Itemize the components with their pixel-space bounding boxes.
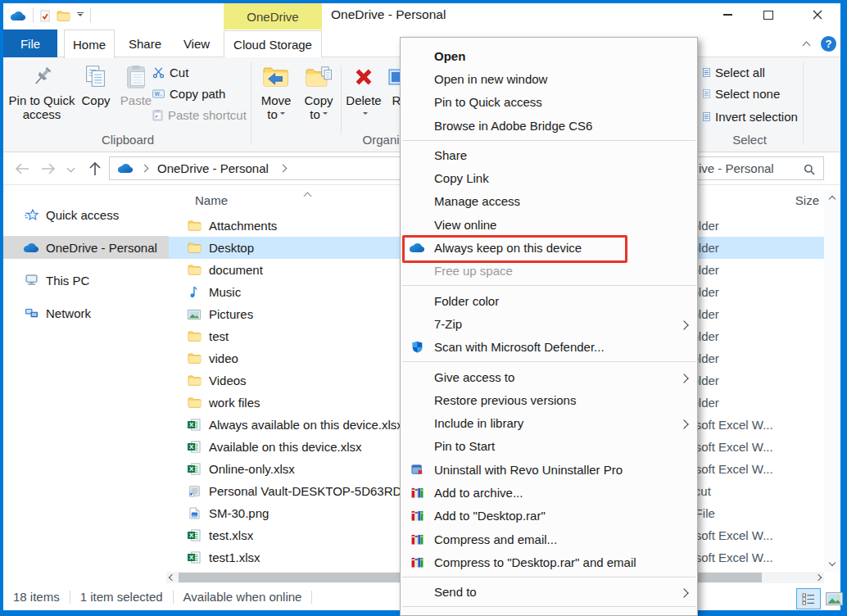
folder-icon (187, 375, 202, 386)
move-to-folder-icon (262, 61, 290, 93)
menu-item-send-to[interactable]: Send to (401, 581, 697, 604)
menu-item-pin-to-start[interactable]: Pin to Start (401, 435, 697, 458)
menu-item-free-up-space: Free up space (401, 260, 697, 283)
sort-ascending-icon[interactable] (304, 192, 312, 201)
menu-item-open-in-new-window[interactable]: Open in new window (401, 67, 697, 90)
menu-item-compress-and-email[interactable]: Compress and email... (401, 528, 697, 550)
menu-item-always-keep-on-this-device[interactable]: Always keep on this device (401, 236, 697, 259)
vertical-scrollbar[interactable] (824, 190, 840, 572)
scroll-up-icon[interactable] (827, 193, 838, 205)
menu-item-label: Pin to Quick access (434, 95, 542, 109)
menu-item-restore-previous-versions[interactable]: Restore previous versions (401, 388, 697, 411)
menu-item-manage-access[interactable]: Manage access (401, 190, 697, 213)
file-name: test.xlsx (209, 528, 253, 542)
contextual-group-label: OneDrive (247, 10, 298, 24)
menu-item-label: Scan with Microsoft Defender... (434, 340, 605, 354)
scissors-icon (152, 66, 165, 79)
breadcrumb-chevron-icon[interactable] (279, 165, 287, 173)
copy-to-button[interactable]: Copy to (298, 61, 339, 121)
move-to-button[interactable]: Move to (256, 61, 297, 121)
menu-item-add-to-desktop-rar[interactable]: Add to "Desktop.rar" (401, 505, 697, 528)
menu-item-uninstall-with-revo-uninstaller-pro[interactable]: Uninstall with Revo Uninstaller Pro (401, 458, 697, 481)
menu-item-label: 7-Zip (434, 317, 462, 331)
select-all-button[interactable]: Select all (703, 63, 765, 81)
tab-share[interactable]: Share (121, 29, 169, 57)
forward-arrow-icon[interactable] (41, 163, 56, 174)
sidebar-item-network[interactable]: Network (3, 301, 169, 324)
copy-to-folder-icon (305, 61, 333, 93)
file-name: Pictures (209, 307, 253, 321)
group-label-clipboard: Clipboard (11, 133, 244, 147)
excel-file-icon: X (187, 551, 202, 564)
breadcrumb-chevron-icon[interactable] (141, 165, 149, 173)
menu-item-scan-with-microsoft-defender[interactable]: Scan with Microsoft Defender... (401, 336, 697, 359)
invert-selection-button[interactable]: Invert selection (703, 107, 798, 125)
menu-item-add-to-archive[interactable]: Add to archive... (401, 481, 697, 504)
column-header-size[interactable]: Size (762, 193, 819, 207)
file-name: test (209, 329, 229, 343)
breadcrumb-item[interactable]: OneDrive - Personal (157, 161, 269, 175)
pin-to-quick-access-button[interactable]: Pin to Quick access (8, 61, 75, 121)
sidebar-item-quick-access[interactable]: Quick access (3, 203, 169, 226)
menu-item-label: Compress and email... (434, 532, 557, 546)
sidebar-item-this-pc[interactable]: This PC (3, 269, 169, 292)
menu-item-compress-to-desktop-rar-and-email[interactable]: Compress to "Desktop.rar" and email (401, 550, 697, 573)
scroll-left-icon[interactable] (166, 572, 178, 583)
menu-item-share[interactable]: Share (401, 143, 697, 166)
svg-text:X: X (189, 554, 194, 561)
sidebar-item-onedrive-personal[interactable]: OneDrive - Personal (3, 236, 169, 259)
file-name: SM-30.png (209, 506, 269, 520)
menu-item-pin-to-quick-access[interactable]: Pin to Quick access (401, 91, 697, 114)
contextual-tab-group-header: OneDrive (224, 3, 322, 29)
select-none-button[interactable]: Select none (703, 84, 780, 102)
tab-home[interactable]: Home (64, 29, 115, 58)
paste-button[interactable]: Paste (116, 61, 156, 107)
collapse-ribbon-icon[interactable] (803, 42, 811, 50)
menu-item-include-in-library[interactable]: Include in library (401, 411, 697, 434)
close-button[interactable] (799, 0, 836, 29)
menu-item-browse-in-adobe-bridge-cs6[interactable]: Browse in Adobe Bridge CS6 (401, 114, 697, 137)
cut-button[interactable]: Cut (152, 63, 188, 81)
details-view-button[interactable] (796, 588, 821, 609)
back-arrow-icon[interactable] (15, 163, 29, 174)
scroll-down-icon[interactable] (827, 557, 838, 568)
onedrive-cloud-icon (23, 242, 39, 253)
file-name: video (209, 351, 238, 365)
delete-button[interactable]: Delete (344, 61, 383, 121)
scroll-right-icon[interactable] (813, 572, 824, 583)
minimize-button[interactable] (709, 0, 745, 29)
group-label-select: Select (698, 133, 801, 147)
new-folder-icon[interactable] (57, 11, 70, 21)
tab-cloud-storage[interactable]: Cloud Storage (224, 30, 322, 57)
maximize-icon (763, 11, 773, 20)
menu-item-copy-link[interactable]: Copy Link (401, 166, 697, 189)
thumbnail-view-button[interactable] (824, 590, 844, 608)
menu-separator (402, 140, 695, 141)
paste-shortcut-icon (152, 109, 163, 121)
excel-file-icon: X (187, 441, 202, 453)
svg-text:X: X (189, 421, 194, 428)
menu-item-open[interactable]: Open (401, 44, 697, 67)
menu-item-label: Add to archive... (434, 486, 523, 500)
menu-item-view-online[interactable]: View online (401, 213, 697, 236)
menu-item-cut[interactable]: Cut (401, 610, 697, 616)
customize-toolbar-arrow-icon[interactable] (77, 12, 84, 19)
menu-item-folder-color[interactable]: Folder color (401, 289, 697, 312)
recent-locations-arrow-icon[interactable] (67, 165, 75, 173)
folder-icon (187, 220, 202, 231)
paste-shortcut-button[interactable]: Paste shortcut (152, 106, 247, 124)
help-button[interactable]: ? (821, 36, 836, 52)
properties-check-icon[interactable] (40, 10, 50, 22)
menu-item-give-access-to[interactable]: Give access to (401, 365, 697, 388)
menu-item-7-zip[interactable]: 7-Zip (401, 312, 697, 335)
defender-shield-icon (408, 341, 426, 353)
search-icon[interactable] (804, 164, 815, 175)
copy-button[interactable]: Copy (77, 61, 115, 107)
column-header-name[interactable]: Name (195, 193, 228, 207)
window-border-right[interactable] (840, 0, 847, 616)
tab-view[interactable]: View (174, 29, 220, 57)
up-arrow-icon[interactable] (88, 161, 102, 176)
tab-file[interactable]: File (3, 29, 57, 57)
maximize-button[interactable] (750, 0, 786, 29)
copy-path-button[interactable]: W.. Copy path (152, 84, 225, 102)
